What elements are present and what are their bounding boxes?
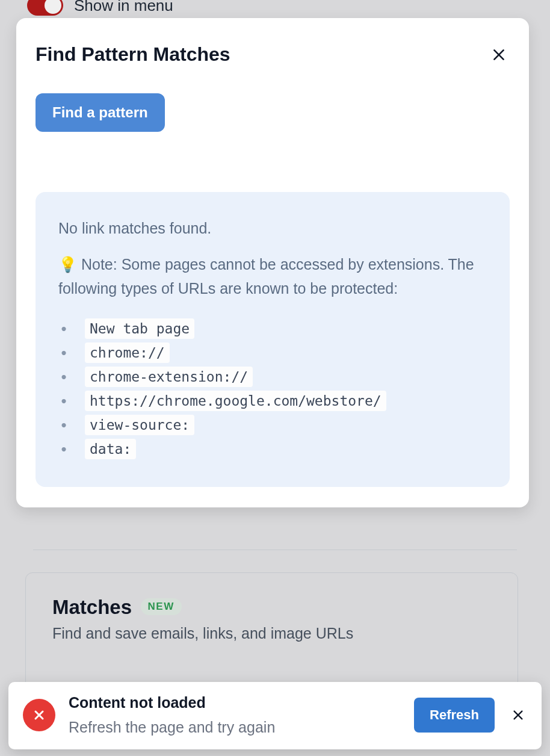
note-text: 💡 Note: Some pages cannot be accessed by… bbox=[58, 252, 487, 300]
close-icon bbox=[491, 47, 507, 63]
info-box: No link matches found. 💡 Note: Some page… bbox=[36, 192, 510, 487]
no-matches-text: No link matches found. bbox=[58, 216, 487, 240]
protected-url-list: New tab page chrome:// chrome-extension:… bbox=[58, 318, 487, 459]
toast-close-button[interactable] bbox=[509, 706, 527, 724]
list-item: chrome-extension:// bbox=[58, 367, 487, 387]
list-item: https://chrome.google.com/webstore/ bbox=[58, 391, 487, 411]
protected-url-item: view-source: bbox=[85, 415, 194, 435]
protected-url-item: https://chrome.google.com/webstore/ bbox=[85, 391, 386, 411]
toast-title: Content not loaded bbox=[69, 694, 401, 711]
protected-url-item: data: bbox=[85, 439, 136, 459]
close-icon bbox=[511, 708, 525, 722]
toast: Content not loaded Refresh the page and … bbox=[8, 682, 542, 749]
modal-title: Find Pattern Matches bbox=[36, 43, 230, 66]
list-item: view-source: bbox=[58, 415, 487, 435]
find-pattern-modal: Find Pattern Matches Find a pattern No l… bbox=[16, 18, 529, 507]
list-item: data: bbox=[58, 439, 487, 459]
refresh-button[interactable]: Refresh bbox=[414, 698, 495, 733]
modal-close-button[interactable] bbox=[488, 44, 510, 66]
protected-url-item: chrome-extension:// bbox=[85, 367, 253, 387]
error-icon bbox=[23, 699, 55, 731]
find-pattern-button[interactable]: Find a pattern bbox=[36, 93, 165, 132]
toast-subtitle: Refresh the page and try again bbox=[69, 719, 401, 736]
protected-url-item: New tab page bbox=[85, 318, 194, 339]
protected-url-item: chrome:// bbox=[85, 342, 170, 363]
list-item: chrome:// bbox=[58, 342, 487, 363]
list-item: New tab page bbox=[58, 318, 487, 339]
